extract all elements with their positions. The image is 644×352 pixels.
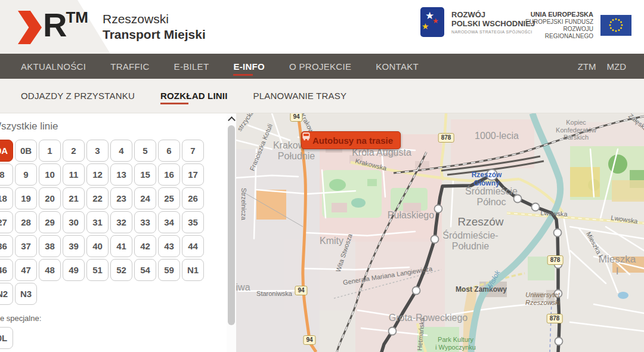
line-button-12[interactable]: 12 (86, 163, 109, 186)
line-button-N3[interactable]: N3 (15, 283, 37, 305)
line-button-16[interactable]: 16 (158, 163, 180, 186)
nav-item-aktualnosci[interactable]: AKTUALNOŚCI (21, 61, 86, 72)
eu-flag-icon (600, 15, 631, 36)
nav-item-ztm[interactable]: ZTM (578, 61, 596, 72)
line-row: 0A0B1234567 (0, 140, 206, 162)
line-button-N2[interactable]: N2 (0, 283, 13, 305)
line-button-34[interactable]: 34 (158, 211, 180, 233)
scrollbar-up-button[interactable] (227, 113, 236, 124)
line-button-9[interactable]: 9 (15, 163, 37, 186)
site-title-line2: Transport Miejski (103, 27, 206, 42)
line-button-27[interactable]: 27 (0, 211, 13, 233)
line-button-11[interactable]: 11 (63, 163, 85, 186)
road-badge-94: 94 (303, 335, 315, 345)
line-button-42[interactable]: 42 (134, 235, 156, 257)
map-canvas (236, 113, 644, 352)
nav-item-e-bilet[interactable]: E-BILET (174, 61, 209, 72)
line-button-15[interactable]: 15 (134, 163, 156, 186)
line-button-5[interactable]: 5 (134, 140, 156, 162)
line-button-46[interactable]: 46 (0, 259, 13, 281)
line-button-10[interactable]: 10 (39, 163, 61, 186)
line-button-17[interactable]: 17 (182, 163, 204, 186)
line-button-4[interactable]: 4 (110, 140, 132, 162)
nav-item-o-projekcie[interactable]: O PROJEKCIE (289, 61, 351, 72)
line-button-30[interactable]: 30 (63, 211, 85, 233)
line-button-37[interactable]: 37 (15, 235, 37, 257)
road-badge-878: 878 (547, 255, 564, 265)
line-button-29[interactable]: 29 (39, 211, 61, 233)
line-button-1[interactable]: 1 (39, 140, 61, 162)
line-button-21[interactable]: 21 (63, 187, 85, 209)
line-button-7[interactable]: 7 (182, 140, 204, 162)
rtm-logo[interactable]: R TM (18, 8, 88, 44)
scrollbar-thumb[interactable] (228, 125, 235, 325)
nss-line3: NARODOWA STRATEGIA SPÓJNOŚCI (451, 30, 535, 34)
line-button-2[interactable]: 2 (63, 140, 85, 162)
road-badge-94: 94 (295, 286, 307, 295)
nss-line1: ROZWÓJ (451, 10, 535, 19)
line-row: 4647484951525459N1 (0, 259, 206, 281)
sidebar-scrollbar[interactable] (227, 113, 236, 352)
line-button-28[interactable]: 28 (15, 211, 37, 233)
sidebar-title: Wszystkie linie (0, 121, 58, 132)
line-button-26[interactable]: 26 (182, 187, 204, 209)
line-row: 181920212223242526 (0, 187, 206, 209)
line-button-6[interactable]: 6 (158, 140, 180, 162)
chevron-up-icon (228, 116, 236, 124)
line-button-18[interactable]: 18 (0, 187, 13, 209)
main-nav: AKTUALNOŚCI TRAFFIC E-BILET E-INFO O PRO… (0, 54, 644, 79)
line-button-36[interactable]: 36 (0, 235, 13, 257)
line-button-20[interactable]: 20 (39, 187, 61, 209)
line-button-24[interactable]: 24 (134, 187, 156, 209)
line-button-48[interactable]: 48 (39, 259, 61, 281)
line-button-47[interactable]: 47 (15, 259, 37, 281)
road-badge-878: 878 (547, 314, 563, 323)
line-grid: 0A0B123456789101112131516171819202122232… (0, 140, 206, 307)
nav-item-mzd[interactable]: MZD (607, 61, 627, 72)
line-button-40[interactable]: 40 (86, 235, 109, 257)
line-button-41[interactable]: 41 (110, 235, 132, 257)
nss-star-yellow: ★ (422, 21, 429, 31)
line-button-8[interactable]: 8 (0, 163, 13, 186)
nss-text: ROZWÓJ POLSKI WSCHODNIEJ NARODOWA STRATE… (451, 10, 535, 34)
line-button-44[interactable]: 44 (182, 235, 204, 257)
line-button-51[interactable]: 51 (86, 259, 109, 281)
line-button-52[interactable]: 52 (110, 259, 132, 281)
line-button-19[interactable]: 19 (15, 187, 37, 209)
line-button-13[interactable]: 13 (110, 163, 132, 186)
special-line-grid: 0L (0, 327, 15, 349)
tab-odjazdy-z-przystanku[interactable]: ODJAZDY Z PRZYSTANKU (21, 91, 135, 101)
tab-rozklad-linii[interactable]: ROZKŁAD LINII (160, 91, 228, 101)
line-button-59[interactable]: 59 (158, 259, 180, 281)
line-button-N1[interactable]: N1 (182, 259, 204, 281)
eu-logo: UNIA EUROPEJSKA EUROPEJSKI FUNDUSZ ROZWO… (525, 11, 631, 40)
line-button-0A[interactable]: 0A (0, 140, 13, 162)
line-button-35[interactable]: 35 (182, 211, 204, 233)
buses-on-route-button[interactable]: Autobusy na trasie (301, 131, 401, 149)
line-button-3[interactable]: 3 (86, 140, 109, 162)
route-map[interactable]: KrakowskaKrakowskaKrakowska PołudnieKról… (236, 113, 644, 352)
line-button-38[interactable]: 38 (39, 235, 61, 257)
line-row: 272829303132333435 (0, 211, 206, 233)
line-button-32[interactable]: 32 (110, 211, 132, 233)
nss-star-red: ★ (432, 17, 439, 25)
rtm-chevron-icon (18, 11, 42, 44)
nav-item-traffic[interactable]: TRAFFIC (110, 61, 149, 72)
line-button-31[interactable]: 31 (86, 211, 109, 233)
line-button-49[interactable]: 49 (63, 259, 85, 281)
line-row: N2N3 (0, 283, 206, 305)
line-button-54[interactable]: 54 (134, 259, 156, 281)
line-button-23[interactable]: 23 (110, 187, 132, 209)
line-button-33[interactable]: 33 (134, 211, 156, 233)
page: R TM Rzeszowski Transport Miejski ★ ★ ★ … (0, 0, 644, 352)
nav-item-e-info[interactable]: E-INFO (233, 61, 265, 72)
tab-planowanie-trasy[interactable]: PLANOWANIE TRASY (253, 91, 347, 101)
line-button-39[interactable]: 39 (63, 235, 85, 257)
line-button-25[interactable]: 25 (158, 187, 180, 209)
line-button-22[interactable]: 22 (86, 187, 109, 209)
nav-item-kontakt[interactable]: KONTAKT (376, 61, 419, 72)
line-button-0L[interactable]: 0L (0, 327, 13, 349)
site-title-line1: Rzeszowski (103, 12, 206, 26)
line-button-43[interactable]: 43 (158, 235, 180, 257)
line-button-0B[interactable]: 0B (15, 140, 37, 162)
